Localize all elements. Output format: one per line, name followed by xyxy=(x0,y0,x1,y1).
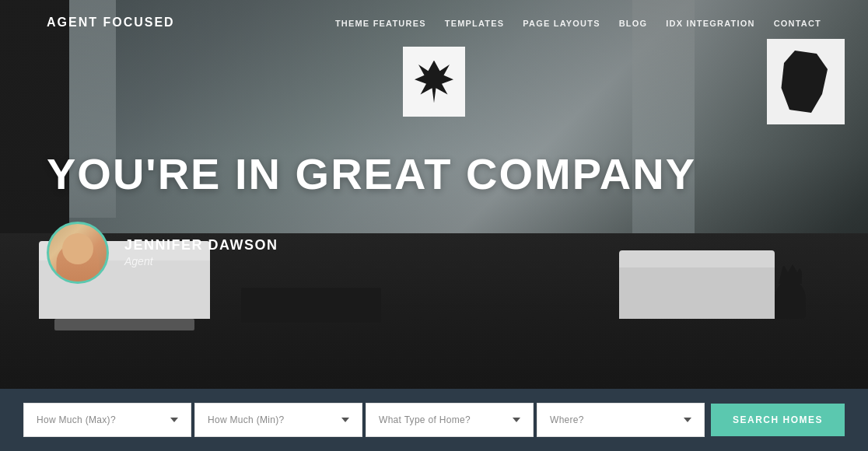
nav-link-templates[interactable]: TEMPLATES xyxy=(445,19,505,28)
dropdown-home-type[interactable]: What Type of Home? xyxy=(366,403,534,437)
dropdown-home-type-label: What Type of Home? xyxy=(379,414,471,425)
brand-logo[interactable]: AGENT FOCUSED xyxy=(47,16,175,30)
nav-item-page-layouts[interactable]: PAGE LAYOUTS xyxy=(523,16,600,30)
dropdown-location[interactable]: Where? xyxy=(537,403,705,437)
agent-info: JENNIFER DAWSON Agent xyxy=(124,237,278,267)
dropdown-location-arrow xyxy=(684,418,691,422)
nav-item-theme-features[interactable]: THEME FEATURES xyxy=(335,16,426,30)
agent-avatar xyxy=(47,222,109,284)
nav-item-idx[interactable]: IDX INTEGRATION xyxy=(666,16,754,30)
hero-headline: YOU'RE IN GREAT COMPANY xyxy=(47,150,696,198)
page-wrapper: AGENT FOCUSED THEME FEATURES TEMPLATES P… xyxy=(0,0,868,451)
dropdown-max-price-arrow xyxy=(170,418,178,422)
navbar: AGENT FOCUSED THEME FEATURES TEMPLATES P… xyxy=(0,0,868,45)
nav-link-contact[interactable]: CONTACT xyxy=(774,19,821,28)
dropdown-min-price[interactable]: How Much (Min)? xyxy=(194,403,362,437)
agent-role: Agent xyxy=(124,255,278,267)
hero-section: AGENT FOCUSED THEME FEATURES TEMPLATES P… xyxy=(0,0,868,389)
dropdown-max-price-label: How Much (Max)? xyxy=(37,414,116,425)
dropdown-max-price[interactable]: How Much (Max)? xyxy=(23,403,191,437)
agent-name: JENNIFER DAWSON xyxy=(124,237,278,253)
nav-item-contact[interactable]: CONTACT xyxy=(774,16,821,30)
hero-content: YOU'RE IN GREAT COMPANY JENNIFER DAWSON … xyxy=(0,45,868,389)
search-bar: How Much (Max)? How Much (Min)? What Typ… xyxy=(0,389,868,451)
agent-card: JENNIFER DAWSON Agent xyxy=(47,222,278,284)
dropdown-home-type-arrow xyxy=(513,418,520,422)
dropdown-min-price-arrow xyxy=(341,418,349,422)
search-homes-button[interactable]: SEARCH HOMES xyxy=(711,404,845,436)
nav-link-idx[interactable]: IDX INTEGRATION xyxy=(666,19,754,28)
nav-item-templates[interactable]: TEMPLATES xyxy=(445,16,505,30)
nav-item-blog[interactable]: BLOG xyxy=(619,16,648,30)
nav-link-blog[interactable]: BLOG xyxy=(619,19,648,28)
nav-link-theme-features[interactable]: THEME FEATURES xyxy=(335,19,426,28)
nav-link-page-layouts[interactable]: PAGE LAYOUTS xyxy=(523,19,600,28)
dropdown-location-label: Where? xyxy=(550,414,584,425)
dropdown-min-price-label: How Much (Min)? xyxy=(208,414,285,425)
nav-links: THEME FEATURES TEMPLATES PAGE LAYOUTS BL… xyxy=(335,16,821,30)
